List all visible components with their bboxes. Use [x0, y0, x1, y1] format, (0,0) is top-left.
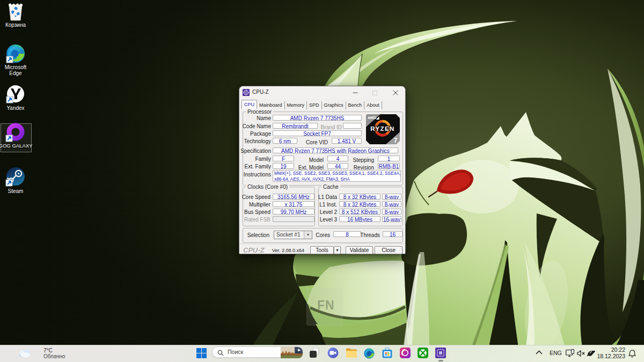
svg-text:RYZEN: RYZEN	[370, 125, 395, 132]
svg-text:AMD◢: AMD◢	[368, 116, 379, 120]
svg-text:7: 7	[394, 137, 398, 144]
